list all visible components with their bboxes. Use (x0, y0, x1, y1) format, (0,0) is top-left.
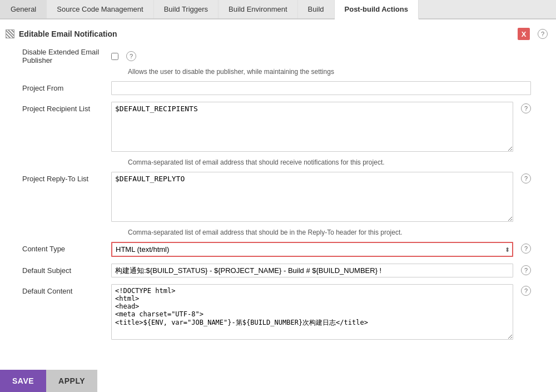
project-replyto-wrap: ? (111, 172, 531, 222)
disable-extended-row: Disable Extended Email Publisher ? (6, 48, 548, 64)
project-recipient-help-icon[interactable]: ? (521, 103, 531, 113)
default-subject-row: Default Subject ? (6, 264, 548, 277)
section-header: Editable Email Notification X ? (6, 28, 548, 40)
project-replyto-textarea[interactable] (111, 172, 513, 222)
tab-post-build-actions[interactable]: Post-build Actions (335, 0, 419, 19)
section-drag-handle (6, 29, 14, 38)
project-recipient-wrap: ? (111, 102, 531, 152)
content-type-wrap: HTML (text/html) Plain Text (text/plain)… (111, 242, 531, 257)
project-from-label: Project From (6, 81, 111, 92)
project-recipient-label: Project Recipient List (6, 102, 111, 113)
section-title: Editable Email Notification (19, 29, 117, 38)
project-from-row: Project From (6, 81, 548, 95)
disable-extended-hint: Allows the user to disable the publisher… (6, 68, 548, 76)
tab-build-triggers[interactable]: Build Triggers (154, 0, 219, 18)
disable-extended-wrap: ? (111, 51, 531, 61)
default-content-help-icon[interactable]: ? (521, 286, 531, 296)
content-type-label: Content Type (6, 242, 111, 253)
disable-extended-help-icon[interactable]: ? (126, 51, 136, 61)
recipient-hint: Comma-separated list of email address th… (6, 158, 548, 166)
default-content-label: Default Content (6, 284, 111, 295)
disable-extended-checkbox[interactable] (111, 53, 118, 60)
project-replyto-help-icon[interactable]: ? (521, 173, 531, 183)
project-replyto-row: Project Reply-To List ? (6, 172, 548, 222)
replyto-hint: Comma-separated list of email address th… (6, 229, 548, 236)
main-content: Editable Email Notification X ? Disable … (0, 19, 556, 392)
apply-button[interactable]: APPLY (46, 370, 97, 392)
project-recipient-row: Project Recipient List ? (6, 102, 548, 152)
default-content-row: Default Content ? (6, 284, 548, 340)
default-subject-help-icon[interactable]: ? (521, 265, 531, 275)
footer-buttons: SAVE APPLY (0, 370, 97, 392)
default-content-wrap: ? (111, 284, 531, 340)
tab-build[interactable]: Build (298, 0, 335, 18)
default-content-textarea[interactable] (111, 284, 513, 340)
default-subject-input[interactable] (111, 264, 513, 277)
section-help-icon[interactable]: ? (538, 29, 548, 39)
close-button[interactable]: X (518, 28, 530, 40)
project-recipient-textarea[interactable] (111, 102, 513, 152)
project-from-wrap (111, 81, 531, 95)
save-button[interactable]: SAVE (0, 370, 46, 392)
project-from-input[interactable] (111, 81, 531, 95)
tab-build-environment[interactable]: Build Environment (219, 0, 298, 18)
tab-bar: General Source Code Management Build Tri… (0, 0, 556, 19)
content-type-row: Content Type HTML (text/html) Plain Text… (6, 242, 548, 257)
tab-source-code-management[interactable]: Source Code Management (47, 0, 153, 18)
default-subject-wrap: ? (111, 264, 531, 277)
content-type-select[interactable]: HTML (text/html) Plain Text (text/plain)… (111, 242, 513, 257)
tab-general[interactable]: General (0, 0, 47, 18)
default-subject-label: Default Subject (6, 264, 111, 275)
content-type-select-wrap: HTML (text/html) Plain Text (text/plain)… (111, 242, 513, 257)
project-replyto-label: Project Reply-To List (6, 172, 111, 183)
disable-extended-label: Disable Extended Email Publisher (6, 48, 111, 64)
content-type-help-icon[interactable]: ? (521, 244, 531, 254)
